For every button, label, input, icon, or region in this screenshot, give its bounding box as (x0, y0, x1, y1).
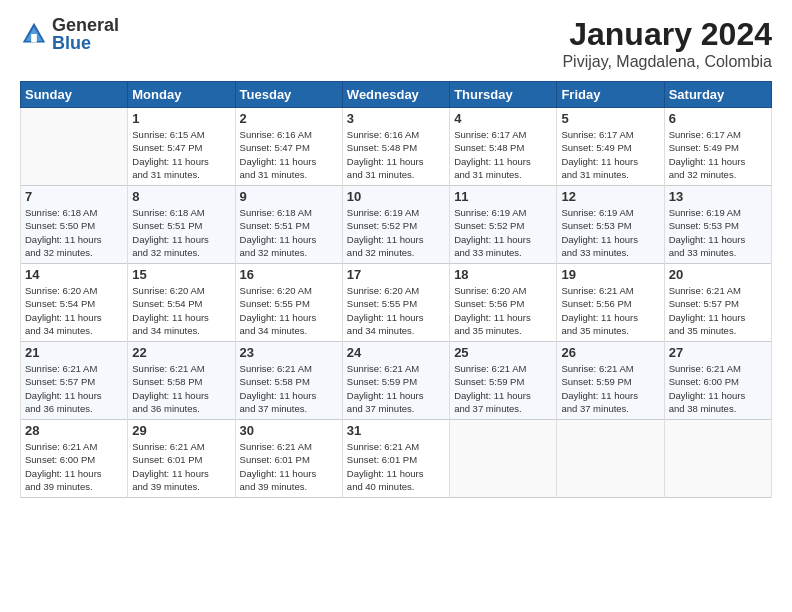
day-number: 17 (347, 267, 445, 282)
week-row-4: 21Sunrise: 6:21 AM Sunset: 5:57 PM Dayli… (21, 342, 772, 420)
day-number: 11 (454, 189, 552, 204)
day-cell: 10Sunrise: 6:19 AM Sunset: 5:52 PM Dayli… (342, 186, 449, 264)
day-cell: 3Sunrise: 6:16 AM Sunset: 5:48 PM Daylig… (342, 108, 449, 186)
day-number: 8 (132, 189, 230, 204)
day-info: Sunrise: 6:21 AM Sunset: 5:58 PM Dayligh… (240, 362, 338, 415)
day-number: 21 (25, 345, 123, 360)
day-info: Sunrise: 6:18 AM Sunset: 5:51 PM Dayligh… (240, 206, 338, 259)
day-cell: 31Sunrise: 6:21 AM Sunset: 6:01 PM Dayli… (342, 420, 449, 498)
day-number: 13 (669, 189, 767, 204)
month-title: January 2024 (562, 16, 772, 53)
day-cell: 13Sunrise: 6:19 AM Sunset: 5:53 PM Dayli… (664, 186, 771, 264)
col-saturday: Saturday (664, 82, 771, 108)
day-number: 12 (561, 189, 659, 204)
week-row-5: 28Sunrise: 6:21 AM Sunset: 6:00 PM Dayli… (21, 420, 772, 498)
day-cell: 11Sunrise: 6:19 AM Sunset: 5:52 PM Dayli… (450, 186, 557, 264)
day-info: Sunrise: 6:17 AM Sunset: 5:48 PM Dayligh… (454, 128, 552, 181)
day-info: Sunrise: 6:21 AM Sunset: 5:59 PM Dayligh… (454, 362, 552, 415)
day-number: 24 (347, 345, 445, 360)
day-number: 7 (25, 189, 123, 204)
day-cell: 4Sunrise: 6:17 AM Sunset: 5:48 PM Daylig… (450, 108, 557, 186)
day-cell: 15Sunrise: 6:20 AM Sunset: 5:54 PM Dayli… (128, 264, 235, 342)
day-number: 2 (240, 111, 338, 126)
day-number: 15 (132, 267, 230, 282)
day-number: 27 (669, 345, 767, 360)
col-thursday: Thursday (450, 82, 557, 108)
day-number: 18 (454, 267, 552, 282)
day-cell: 30Sunrise: 6:21 AM Sunset: 6:01 PM Dayli… (235, 420, 342, 498)
day-cell: 23Sunrise: 6:21 AM Sunset: 5:58 PM Dayli… (235, 342, 342, 420)
day-cell: 1Sunrise: 6:15 AM Sunset: 5:47 PM Daylig… (128, 108, 235, 186)
day-number: 19 (561, 267, 659, 282)
day-info: Sunrise: 6:17 AM Sunset: 5:49 PM Dayligh… (561, 128, 659, 181)
day-cell: 25Sunrise: 6:21 AM Sunset: 5:59 PM Dayli… (450, 342, 557, 420)
day-info: Sunrise: 6:20 AM Sunset: 5:54 PM Dayligh… (132, 284, 230, 337)
day-cell: 5Sunrise: 6:17 AM Sunset: 5:49 PM Daylig… (557, 108, 664, 186)
logo-general-text: General (52, 16, 119, 34)
day-cell: 18Sunrise: 6:20 AM Sunset: 5:56 PM Dayli… (450, 264, 557, 342)
day-info: Sunrise: 6:21 AM Sunset: 5:59 PM Dayligh… (561, 362, 659, 415)
day-cell: 6Sunrise: 6:17 AM Sunset: 5:49 PM Daylig… (664, 108, 771, 186)
week-row-1: 1Sunrise: 6:15 AM Sunset: 5:47 PM Daylig… (21, 108, 772, 186)
col-sunday: Sunday (21, 82, 128, 108)
title-block: January 2024 Pivijay, Magdalena, Colombi… (562, 16, 772, 71)
day-info: Sunrise: 6:21 AM Sunset: 5:59 PM Dayligh… (347, 362, 445, 415)
day-number: 9 (240, 189, 338, 204)
day-info: Sunrise: 6:19 AM Sunset: 5:52 PM Dayligh… (347, 206, 445, 259)
day-info: Sunrise: 6:16 AM Sunset: 5:47 PM Dayligh… (240, 128, 338, 181)
day-info: Sunrise: 6:19 AM Sunset: 5:53 PM Dayligh… (561, 206, 659, 259)
day-cell: 16Sunrise: 6:20 AM Sunset: 5:55 PM Dayli… (235, 264, 342, 342)
day-info: Sunrise: 6:19 AM Sunset: 5:53 PM Dayligh… (669, 206, 767, 259)
day-number: 4 (454, 111, 552, 126)
day-cell: 19Sunrise: 6:21 AM Sunset: 5:56 PM Dayli… (557, 264, 664, 342)
day-number: 22 (132, 345, 230, 360)
day-info: Sunrise: 6:19 AM Sunset: 5:52 PM Dayligh… (454, 206, 552, 259)
day-cell: 29Sunrise: 6:21 AM Sunset: 6:01 PM Dayli… (128, 420, 235, 498)
day-cell (21, 108, 128, 186)
day-cell: 14Sunrise: 6:20 AM Sunset: 5:54 PM Dayli… (21, 264, 128, 342)
day-info: Sunrise: 6:18 AM Sunset: 5:51 PM Dayligh… (132, 206, 230, 259)
day-number: 10 (347, 189, 445, 204)
day-cell: 24Sunrise: 6:21 AM Sunset: 5:59 PM Dayli… (342, 342, 449, 420)
day-number: 26 (561, 345, 659, 360)
location-title: Pivijay, Magdalena, Colombia (562, 53, 772, 71)
day-info: Sunrise: 6:21 AM Sunset: 5:58 PM Dayligh… (132, 362, 230, 415)
day-cell: 8Sunrise: 6:18 AM Sunset: 5:51 PM Daylig… (128, 186, 235, 264)
day-cell: 27Sunrise: 6:21 AM Sunset: 6:00 PM Dayli… (664, 342, 771, 420)
day-number: 5 (561, 111, 659, 126)
day-number: 16 (240, 267, 338, 282)
day-info: Sunrise: 6:20 AM Sunset: 5:55 PM Dayligh… (240, 284, 338, 337)
day-cell: 28Sunrise: 6:21 AM Sunset: 6:00 PM Dayli… (21, 420, 128, 498)
day-number: 1 (132, 111, 230, 126)
day-cell: 2Sunrise: 6:16 AM Sunset: 5:47 PM Daylig… (235, 108, 342, 186)
day-cell: 20Sunrise: 6:21 AM Sunset: 5:57 PM Dayli… (664, 264, 771, 342)
day-info: Sunrise: 6:15 AM Sunset: 5:47 PM Dayligh… (132, 128, 230, 181)
week-row-2: 7Sunrise: 6:18 AM Sunset: 5:50 PM Daylig… (21, 186, 772, 264)
day-cell: 22Sunrise: 6:21 AM Sunset: 5:58 PM Dayli… (128, 342, 235, 420)
day-info: Sunrise: 6:20 AM Sunset: 5:54 PM Dayligh… (25, 284, 123, 337)
col-friday: Friday (557, 82, 664, 108)
day-info: Sunrise: 6:21 AM Sunset: 5:57 PM Dayligh… (669, 284, 767, 337)
svg-rect-2 (31, 34, 37, 42)
day-cell: 17Sunrise: 6:20 AM Sunset: 5:55 PM Dayli… (342, 264, 449, 342)
day-info: Sunrise: 6:20 AM Sunset: 5:56 PM Dayligh… (454, 284, 552, 337)
day-number: 20 (669, 267, 767, 282)
day-cell: 21Sunrise: 6:21 AM Sunset: 5:57 PM Dayli… (21, 342, 128, 420)
week-row-3: 14Sunrise: 6:20 AM Sunset: 5:54 PM Dayli… (21, 264, 772, 342)
day-cell: 12Sunrise: 6:19 AM Sunset: 5:53 PM Dayli… (557, 186, 664, 264)
logo-blue-text: Blue (52, 34, 119, 52)
day-cell: 7Sunrise: 6:18 AM Sunset: 5:50 PM Daylig… (21, 186, 128, 264)
logo-text: General Blue (52, 16, 119, 52)
day-info: Sunrise: 6:21 AM Sunset: 5:57 PM Dayligh… (25, 362, 123, 415)
day-cell (664, 420, 771, 498)
col-tuesday: Tuesday (235, 82, 342, 108)
calendar-table: Sunday Monday Tuesday Wednesday Thursday… (20, 81, 772, 498)
day-cell: 26Sunrise: 6:21 AM Sunset: 5:59 PM Dayli… (557, 342, 664, 420)
day-number: 3 (347, 111, 445, 126)
day-number: 6 (669, 111, 767, 126)
day-number: 28 (25, 423, 123, 438)
calendar-body: 1Sunrise: 6:15 AM Sunset: 5:47 PM Daylig… (21, 108, 772, 498)
day-cell: 9Sunrise: 6:18 AM Sunset: 5:51 PM Daylig… (235, 186, 342, 264)
day-cell (450, 420, 557, 498)
day-info: Sunrise: 6:21 AM Sunset: 6:01 PM Dayligh… (347, 440, 445, 493)
